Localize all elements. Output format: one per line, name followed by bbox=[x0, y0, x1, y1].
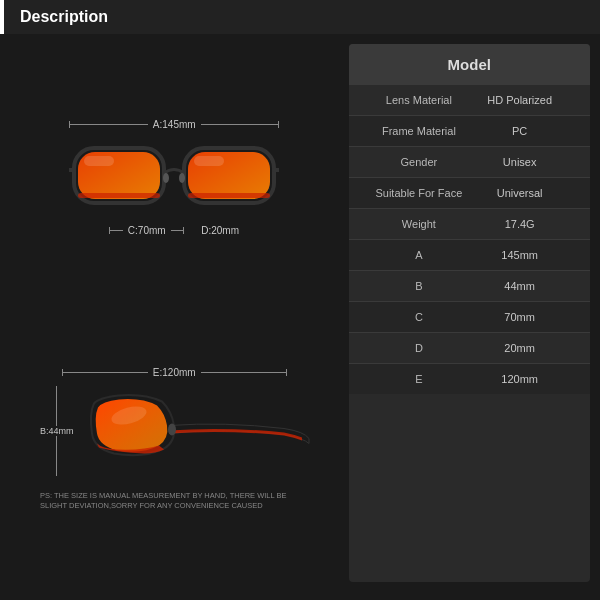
spec-val-e: 120mm bbox=[469, 373, 570, 385]
spec-val-gender: Unisex bbox=[469, 156, 570, 168]
spec-key-frame: Frame Material bbox=[369, 125, 470, 137]
spec-row-gender: Gender Unisex bbox=[349, 147, 590, 178]
svg-rect-9 bbox=[194, 156, 224, 166]
svg-point-13 bbox=[168, 423, 176, 435]
spec-val-b: 44mm bbox=[469, 280, 570, 292]
main-content: A:145mm bbox=[0, 34, 600, 592]
spec-row-a: A 145mm bbox=[349, 240, 590, 271]
spec-key-weight: Weight bbox=[369, 218, 470, 230]
glasses-front-svg bbox=[69, 138, 279, 218]
c-tick-right bbox=[183, 227, 184, 234]
spec-table-title: Model bbox=[349, 44, 590, 85]
c-bar bbox=[110, 230, 123, 231]
spec-key-b: B bbox=[369, 280, 470, 292]
spec-row-lens-material: Lens Material HD Polarized bbox=[349, 85, 590, 116]
spec-key-e: E bbox=[369, 373, 470, 385]
spec-key-d: D bbox=[369, 342, 470, 354]
e-measure-bar-r bbox=[201, 372, 286, 373]
specs-panel: Model Lens Material HD Polarized Frame M… bbox=[349, 44, 590, 582]
svg-point-5 bbox=[179, 173, 185, 183]
b-bar-bottom bbox=[56, 436, 57, 476]
spec-val-face: Universal bbox=[469, 187, 570, 199]
spec-row-b: B 44mm bbox=[349, 271, 590, 302]
spec-val-weight: 17.4G bbox=[469, 218, 570, 230]
c-bar-right bbox=[171, 230, 184, 231]
a-measure-bar-right bbox=[201, 124, 279, 125]
spec-key-face: Suitable For Face bbox=[369, 187, 470, 199]
c-label: C:70mm bbox=[123, 225, 171, 236]
spec-key-gender: Gender bbox=[369, 156, 470, 168]
spec-row-e: E 120mm bbox=[349, 364, 590, 394]
left-panel: A:145mm bbox=[10, 44, 339, 582]
note-text: PS: THE SIZE IS MANUAL MEASUREMENT BY HA… bbox=[35, 491, 314, 512]
svg-point-4 bbox=[163, 173, 169, 183]
svg-rect-10 bbox=[78, 193, 160, 198]
tick-right bbox=[278, 121, 279, 128]
spec-row-frame-material: Frame Material PC bbox=[349, 116, 590, 147]
b-measure-container: B:44mm bbox=[35, 386, 79, 476]
side-view-container: B:44mm bbox=[35, 381, 314, 481]
a-measure-bar bbox=[70, 124, 148, 125]
e-measure-bar-l bbox=[63, 372, 148, 373]
spec-val-d: 20mm bbox=[469, 342, 570, 354]
b-label: B:44mm bbox=[35, 426, 79, 436]
glasses-side-section: E:120mm B:44mm bbox=[15, 362, 334, 517]
spec-row-face: Suitable For Face Universal bbox=[349, 178, 590, 209]
glasses-side-svg bbox=[84, 381, 314, 481]
spec-row-c: C 70mm bbox=[349, 302, 590, 333]
spec-row-weight: Weight 17.4G bbox=[349, 209, 590, 240]
glasses-front-image bbox=[64, 133, 284, 223]
spec-val-lens: HD Polarized bbox=[469, 94, 570, 106]
svg-rect-8 bbox=[84, 156, 114, 166]
e-tick-right bbox=[286, 369, 287, 376]
spec-key-lens: Lens Material bbox=[369, 94, 470, 106]
spec-key-c: C bbox=[369, 311, 470, 323]
a-label: A:145mm bbox=[148, 119, 201, 130]
spec-key-a: A bbox=[369, 249, 470, 261]
description-header: Description bbox=[0, 0, 600, 34]
spec-row-d: D 20mm bbox=[349, 333, 590, 364]
spec-val-frame: PC bbox=[469, 125, 570, 137]
spec-val-a: 145mm bbox=[469, 249, 570, 261]
b-bar-top bbox=[56, 386, 57, 426]
spec-val-c: 70mm bbox=[469, 311, 570, 323]
e-label: E:120mm bbox=[148, 367, 201, 378]
svg-rect-11 bbox=[188, 193, 270, 198]
header-title: Description bbox=[20, 8, 108, 26]
d-label: D:20mm bbox=[196, 225, 244, 236]
glasses-front-section: A:145mm bbox=[15, 109, 334, 241]
